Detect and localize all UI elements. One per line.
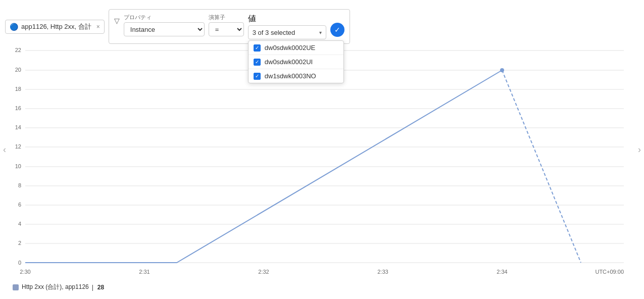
option-label: dw1sdwk0003NO — [265, 72, 316, 80]
legend-label: Http 2xx (合計), app1126 — [22, 283, 89, 291]
value-dropdown-btn[interactable]: 3 of 3 selected ▾ — [248, 25, 326, 39]
svg-text:12: 12 — [15, 143, 21, 150]
property-label: プロパティ — [124, 14, 205, 21]
value-label: 値 — [248, 14, 326, 24]
svg-text:6: 6 — [18, 202, 21, 208]
confirm-button[interactable]: ✓ — [330, 23, 344, 37]
value-dropdown-list: ✓ dw0sdwk0002UE ✓ dw0sdwk0002UI ✓ dw1sdw… — [248, 40, 344, 83]
operator-select[interactable]: = — [209, 22, 244, 36]
svg-text:16: 16 — [15, 105, 21, 111]
app-icon: 🔵 — [10, 23, 18, 31]
filter-funnel-icon: ▽ — [114, 17, 120, 25]
operator-group: 演算子 = — [209, 14, 244, 36]
svg-text:2: 2 — [18, 240, 21, 246]
list-item[interactable]: ✓ dw0sdwk0002UE — [249, 41, 343, 55]
option-label: dw0sdwk0002UI — [265, 58, 313, 66]
value-selected-text: 3 of 3 selected — [253, 29, 295, 36]
svg-text:2:33: 2:33 — [377, 269, 388, 275]
svg-text:18: 18 — [15, 86, 21, 92]
svg-text:10: 10 — [15, 163, 21, 169]
filter-chip-close[interactable]: × — [96, 23, 100, 30]
chart-legend: Http 2xx (合計), app1126 | 28 — [13, 283, 104, 291]
value-group: 値 3 of 3 selected ▾ ✓ dw0sdwk0002UE ✓ dw… — [248, 14, 326, 39]
legend-color-swatch — [13, 284, 19, 290]
filter-chip: 🔵 app1126, Http 2xx, 合計 × — [5, 20, 105, 34]
filter-panel: ▽ プロパティ Instance 演算子 = 値 3 of 3 selected — [109, 9, 350, 44]
operator-label: 演算子 — [209, 14, 244, 21]
checkbox-checked-icon: ✓ — [254, 73, 261, 80]
svg-text:2:30: 2:30 — [20, 269, 30, 275]
svg-text:2:32: 2:32 — [258, 269, 269, 275]
svg-text:2:31: 2:31 — [139, 269, 150, 275]
legend-divider: | — [92, 284, 93, 291]
svg-text:8: 8 — [18, 182, 21, 188]
svg-text:14: 14 — [15, 124, 21, 130]
svg-text:2:34: 2:34 — [497, 269, 507, 275]
chart-container: 0 2 4 6 8 10 12 14 16 18 20 22 2:30 2:31… — [0, 0, 644, 299]
nav-arrow-left[interactable]: ‹ — [3, 144, 6, 155]
nav-arrow-right[interactable]: › — [638, 144, 641, 155]
svg-point-30 — [500, 68, 504, 72]
filter-chip-label: app1126, Http 2xx, 合計 — [21, 22, 91, 31]
svg-text:0: 0 — [18, 260, 21, 266]
svg-text:4: 4 — [18, 221, 21, 227]
svg-text:22: 22 — [15, 47, 21, 53]
list-item[interactable]: ✓ dw1sdwk0003NO — [249, 69, 343, 83]
option-label: dw0sdwk0002UE — [265, 44, 315, 52]
property-group: プロパティ Instance — [124, 14, 205, 36]
svg-text:UTC+09:00: UTC+09:00 — [595, 269, 624, 275]
svg-text:20: 20 — [15, 67, 21, 73]
legend-count: 28 — [97, 284, 104, 291]
checkbox-checked-icon: ✓ — [254, 59, 261, 66]
list-item[interactable]: ✓ dw0sdwk0002UI — [249, 55, 343, 69]
chevron-down-icon: ▾ — [319, 30, 322, 35]
filter-bar: 🔵 app1126, Http 2xx, 合計 × ▽ プロパティ Instan… — [5, 9, 350, 44]
checkbox-checked-icon: ✓ — [254, 44, 261, 52]
property-select[interactable]: Instance — [124, 22, 205, 36]
